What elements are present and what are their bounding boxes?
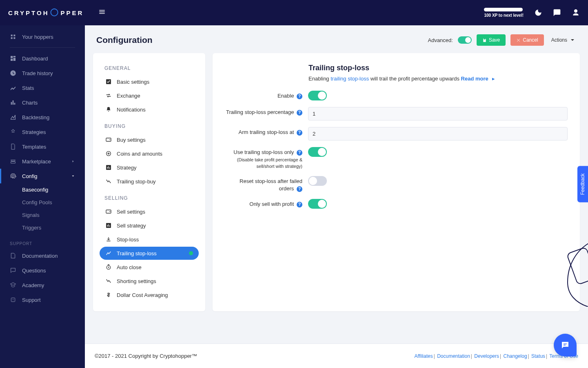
xp-block[interactable]: 100 XP to next level! (484, 8, 524, 18)
sidebar-academy[interactable]: Academy (0, 278, 85, 292)
page-title: Configuration (96, 35, 153, 45)
sidebar-item-label: Charts (22, 100, 38, 106)
chevron-right-icon (71, 159, 75, 163)
save-icon (482, 38, 487, 42)
messages-icon[interactable] (553, 9, 561, 17)
nav-exchange[interactable]: Exchange (100, 89, 199, 102)
sidebar-backtesting[interactable]: Backtesting (0, 110, 85, 125)
nav-shorting-settings[interactable]: Shorting settings (100, 274, 199, 288)
trailing-stop-loss-panel: Trailing stop-loss Enabling trailing sto… (213, 53, 580, 311)
help-icon[interactable]: ? (297, 186, 302, 192)
nav-trailing-stop-loss[interactable]: Trailing stop-loss (100, 247, 199, 260)
feedback-tab[interactable]: Feedback (577, 166, 588, 202)
footer-copyright: ©2017 - 2021 Copyright by Cryptohopper™ (95, 353, 197, 359)
nav-item-label: Shorting settings (117, 278, 156, 284)
sidebar-item-label: Questions (22, 268, 46, 274)
sidebar-documentation[interactable]: Documentation (0, 248, 85, 263)
close-icon (516, 38, 521, 42)
page-head-actions: Advanced: Save Cancel Actions (428, 34, 577, 46)
sidebar-config-triggers[interactable]: Triggers (0, 221, 85, 234)
arm-at-input[interactable] (308, 127, 568, 141)
sidebar-config-signals[interactable]: Signals (0, 209, 85, 221)
actions-dropdown[interactable]: Actions (549, 34, 577, 46)
footer-link-developers[interactable]: Developers (474, 353, 499, 359)
nav-item-label: Strategy (117, 165, 136, 171)
xp-progress-bar (484, 8, 523, 11)
active-dot (189, 251, 193, 255)
sidebar-item-label: Support (22, 297, 41, 303)
decorative-hand (543, 241, 588, 307)
sidebar-config-baseconfig[interactable]: Baseconfig (0, 183, 85, 196)
footer-link-changelog[interactable]: Changelog (504, 353, 527, 359)
dark-mode-icon[interactable] (534, 9, 542, 17)
help-icon[interactable]: ? (297, 110, 302, 116)
enable-toggle[interactable] (308, 91, 327, 100)
sidebar-templates[interactable]: Templates (0, 139, 85, 154)
arrow-right-icon: ▸ (492, 76, 495, 82)
footer-link-affiliates[interactable]: Affiliates (415, 353, 433, 359)
help-icon[interactable]: ? (297, 130, 302, 136)
nav-sell-strategy[interactable]: Sell strategy (100, 219, 199, 232)
nav-buy-settings[interactable]: Buy settings (100, 133, 199, 146)
nav-item-label: Trailing stop-loss (117, 250, 157, 256)
clock-icon (105, 264, 112, 270)
help-icon[interactable]: ? (297, 150, 302, 156)
only-profit-toggle[interactable] (308, 199, 327, 209)
help-icon[interactable]: ? (297, 202, 302, 207)
use-only-toggle[interactable] (308, 147, 327, 157)
footer-links: Affiliates| Documentation| Developers| C… (415, 353, 578, 359)
bell-icon (105, 106, 112, 113)
sidebar-stats[interactable]: Stats (0, 80, 85, 95)
sidebar-config[interactable]: Config (0, 169, 85, 183)
sidebar-divider (10, 47, 75, 48)
chat-bubble[interactable] (554, 334, 577, 357)
nav-coins-amounts[interactable]: Coins and amounts (100, 147, 199, 160)
read-more-link[interactable]: Read more (461, 76, 488, 82)
tsl-percent-input[interactable] (308, 107, 568, 120)
sidebar-config-pools[interactable]: Config Pools (0, 196, 85, 209)
nav-strategy[interactable]: Strategy (100, 161, 199, 174)
sidebar-questions[interactable]: Questions (0, 263, 85, 278)
nav-group-selling: SELLING (100, 192, 199, 204)
sidebar-charts[interactable]: Charts (0, 95, 85, 110)
nav-trailing-stop-buy[interactable]: Trailing stop-buy (100, 175, 199, 188)
nav-item-label: Coins and amounts (117, 151, 162, 157)
sidebar-marketplace[interactable]: Marketplace (0, 154, 85, 169)
nav-sell-settings[interactable]: Sell settings (100, 205, 199, 218)
nav-basic-settings[interactable]: Basic settings (100, 75, 199, 88)
nav-item-label: Stop-loss (117, 236, 139, 243)
reset-toggle[interactable] (308, 176, 327, 186)
sidebar-item-label: Your hoppers (22, 34, 53, 40)
sidebar-item-label: Strategies (22, 129, 46, 135)
sidebar-dashboard[interactable]: Dashboard (0, 51, 85, 66)
nav-item-label: Trailing stop-buy (117, 178, 156, 185)
user-icon[interactable] (572, 9, 580, 17)
advanced-toggle[interactable] (458, 36, 472, 44)
sidebar-item-label: Backtesting (22, 114, 49, 120)
nav-dca[interactable]: Dollar Cost Averaging (100, 288, 199, 301)
footer-link-status[interactable]: Status (531, 353, 545, 359)
menu-toggle[interactable] (98, 8, 106, 17)
panel-title: Trailing stop-loss (225, 64, 568, 72)
tsl-link[interactable]: trailing stop-loss (331, 76, 369, 82)
nav-item-label: Dollar Cost Averaging (117, 292, 168, 298)
sidebar-support[interactable]: Support (0, 292, 85, 307)
sidebar-your-hoppers[interactable]: Your hoppers (0, 29, 85, 44)
nav-item-label: Sell strategy (117, 223, 146, 229)
xp-text: 100 XP to next level! (484, 13, 524, 18)
sidebar-support-title: SUPPORT (0, 234, 85, 248)
cancel-button[interactable]: Cancel (510, 34, 544, 46)
wallet-out-icon (105, 208, 112, 215)
help-icon[interactable]: ? (297, 94, 302, 99)
sidebar-trade-history[interactable]: Trade history (0, 66, 85, 80)
nav-stop-loss[interactable]: Stop-loss (100, 233, 199, 246)
save-button[interactable]: Save (477, 34, 506, 46)
sidebar-item-label: Dashboard (22, 56, 48, 62)
sidebar-strategies[interactable]: Strategies (0, 125, 85, 139)
nav-notifications[interactable]: Notifications (100, 103, 199, 116)
footer-link-documentation[interactable]: Documentation (437, 353, 470, 359)
nav-auto-close[interactable]: Auto close (100, 261, 199, 274)
short-icon (105, 278, 112, 284)
coins-icon (105, 150, 112, 157)
nav-item-label: Buy settings (117, 137, 146, 143)
